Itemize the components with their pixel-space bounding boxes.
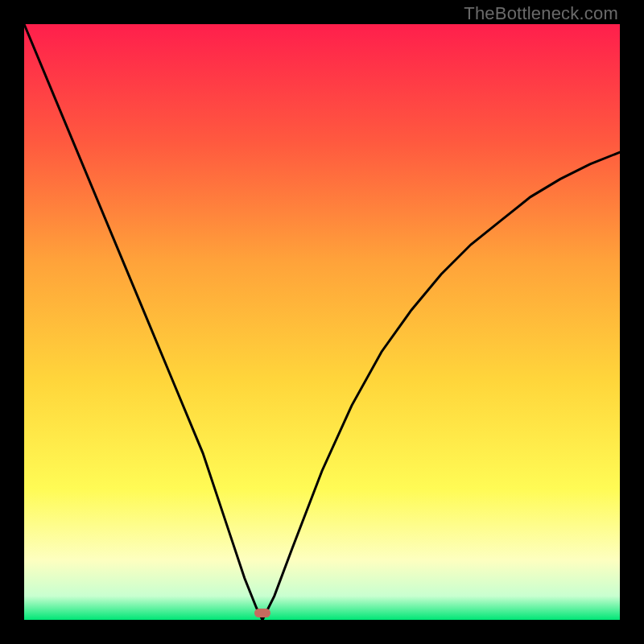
minimum-marker bbox=[254, 609, 270, 617]
curve-right-branch bbox=[262, 152, 620, 620]
bottleneck-curve bbox=[24, 24, 620, 620]
curve-left-branch bbox=[24, 24, 262, 620]
chart-frame bbox=[24, 24, 620, 620]
watermark-text: TheBottleneck.com bbox=[464, 3, 618, 24]
